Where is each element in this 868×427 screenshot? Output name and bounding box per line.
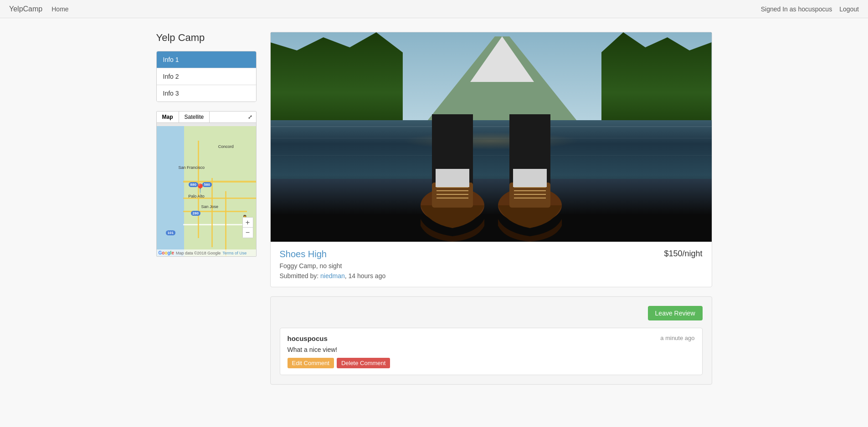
campsite-info: Shoes High Foggy Camp, no sight Submitte… xyxy=(271,242,712,287)
map-road xyxy=(225,191,226,256)
map-terms[interactable]: Terms of Use xyxy=(222,251,247,255)
map-city-san-jose: San Jose xyxy=(201,204,219,209)
svg-rect-7 xyxy=(436,169,469,187)
review-author: hocuspocus xyxy=(288,335,328,342)
main-content: Shoes High Foggy Camp, no sight Submitte… xyxy=(270,32,712,385)
sidebar: Yelp Camp Info 1 Info 2 Info 3 Map Satel… xyxy=(156,32,257,385)
review-item: hocuspocus a minute ago What a nice view… xyxy=(280,328,703,375)
delete-comment-button[interactable]: Delete Comment xyxy=(337,358,390,368)
shoes-svg xyxy=(400,114,582,242)
campsite-image xyxy=(271,32,712,242)
map-city-concord: Concord xyxy=(218,144,234,149)
map-road xyxy=(211,178,213,247)
satellite-btn[interactable]: Satellite xyxy=(179,112,210,122)
sidebar-item-info1[interactable]: Info 1 xyxy=(157,51,256,68)
road-badge: 280 xyxy=(191,211,200,216)
map-zoom-out[interactable]: − xyxy=(243,228,253,238)
map-container: Map Satellite ⤢ 880 580 280 10 xyxy=(156,111,257,257)
page-wrapper: Yelp Camp Info 1 Info 2 Info 3 Map Satel… xyxy=(147,32,721,385)
map-city-sf: San Francisco xyxy=(178,165,205,170)
sidebar-item-info3[interactable]: Info 3 xyxy=(157,85,256,102)
google-logo: Google xyxy=(159,250,174,255)
review-actions: Edit Comment Delete Comment xyxy=(288,358,695,368)
logout-link[interactable]: Logout xyxy=(839,5,859,13)
svg-rect-15 xyxy=(513,169,547,187)
map-data-text: Map data ©2018 Google xyxy=(176,251,221,255)
reviews-header: Leave Review xyxy=(280,306,703,320)
campsite-time: 14 hours ago xyxy=(348,272,385,280)
edit-comment-button[interactable]: Edit Comment xyxy=(288,358,334,368)
map-controls: Map Satellite ⤢ xyxy=(157,112,256,123)
map-zoom-controls: + − xyxy=(242,217,253,238)
reviews-section: Leave Review hocuspocus a minute ago Wha… xyxy=(270,296,712,385)
review-time: a minute ago xyxy=(660,335,694,341)
map-expand-btn[interactable]: ⤢ xyxy=(244,112,256,122)
map-btn[interactable]: Map xyxy=(157,112,179,122)
leave-review-button[interactable]: Leave Review xyxy=(648,306,703,320)
navbar: YelpCamp Home Signed In as hocuspocus Lo… xyxy=(0,0,868,18)
sidebar-title: Yelp Camp xyxy=(156,32,257,44)
navbar-home-link[interactable]: Home xyxy=(51,5,68,13)
campsite-desc: Foggy Camp, no sight xyxy=(280,262,386,269)
map-water xyxy=(157,126,184,256)
campsite-details: Shoes High Foggy Camp, no sight Submitte… xyxy=(280,249,386,280)
navbar-brand[interactable]: YelpCamp xyxy=(9,5,42,13)
map-pin: 📍 xyxy=(195,183,206,194)
map-body: 880 580 280 101 Concord San Francisco Pa… xyxy=(157,126,256,256)
campsite-title: Shoes High xyxy=(280,249,386,259)
campsite-card: Shoes High Foggy Camp, no sight Submitte… xyxy=(270,32,712,287)
map-city-palo-alto: Palo Alto xyxy=(188,194,205,198)
campsite-submitted: Submitted by: niedman, 14 hours ago xyxy=(280,272,386,280)
campsite-author-link[interactable]: niedman xyxy=(320,272,345,280)
sidebar-item-info2[interactable]: Info 2 xyxy=(157,68,256,85)
mountain-snow xyxy=(470,36,534,82)
signed-in-text: Signed In as hocuspocus xyxy=(761,5,832,13)
review-text: What a nice view! xyxy=(288,346,695,353)
map-footer: Google Map data ©2018 Google Terms of Us… xyxy=(157,249,256,256)
map-zoom-in[interactable]: + xyxy=(243,218,253,228)
road-badge: 101 xyxy=(166,230,175,235)
campsite-price: $150/night xyxy=(664,249,702,259)
navbar-right: Signed In as hocuspocus Logout xyxy=(761,5,859,13)
sidebar-nav: Info 1 Info 2 Info 3 xyxy=(156,51,257,102)
review-header: hocuspocus a minute ago xyxy=(288,335,695,342)
